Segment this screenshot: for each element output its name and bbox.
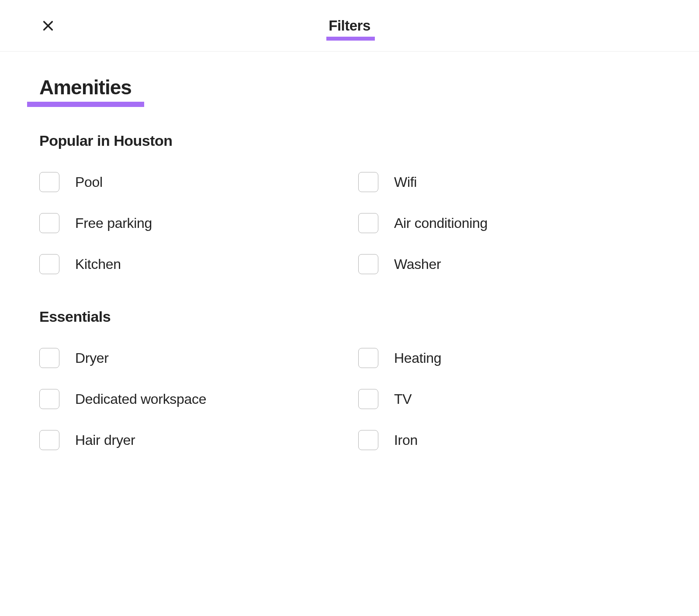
checkbox-dryer[interactable] [39,348,59,368]
option-air-conditioning[interactable]: Air conditioning [358,213,660,233]
section-title-wrap: Amenities [39,76,131,99]
option-heating[interactable]: Heating [358,348,660,368]
option-label: Hair dryer [75,432,135,448]
options-grid-essentials: Dryer Heating Dedicated workspace TV Hai… [39,348,660,450]
subsection-popular: Popular in Houston Pool Wifi Free parkin… [39,132,660,274]
option-dedicated-workspace[interactable]: Dedicated workspace [39,389,341,409]
close-button[interactable] [38,16,58,35]
checkbox-heating[interactable] [358,348,378,368]
option-tv[interactable]: TV [358,389,660,409]
subsection-popular-title: Popular in Houston [39,132,660,149]
option-iron[interactable]: Iron [358,430,660,450]
option-dryer[interactable]: Dryer [39,348,341,368]
checkbox-pool[interactable] [39,172,59,192]
option-hair-dryer[interactable]: Hair dryer [39,430,341,450]
option-label: Dryer [75,350,109,366]
option-washer[interactable]: Washer [358,254,660,274]
subsection-essentials-title: Essentials [39,308,660,325]
option-label: Free parking [75,215,152,231]
option-free-parking[interactable]: Free parking [39,213,341,233]
filters-modal: Filters Amenities Popular in Houston Poo… [0,0,699,616]
modal-title: Filters [329,17,370,34]
checkbox-iron[interactable] [358,430,378,450]
checkbox-kitchen[interactable] [39,254,59,274]
option-wifi[interactable]: Wifi [358,172,660,192]
checkbox-free-parking[interactable] [39,213,59,233]
option-label: Air conditioning [394,215,488,231]
title-highlight [326,37,375,41]
close-icon [42,20,54,32]
checkbox-hair-dryer[interactable] [39,430,59,450]
option-label: Iron [394,432,418,448]
checkbox-washer[interactable] [358,254,378,274]
checkbox-tv[interactable] [358,389,378,409]
options-grid-popular: Pool Wifi Free parking Air conditioning … [39,172,660,274]
amenities-highlight [27,102,144,107]
option-label: Heating [394,350,441,366]
option-pool[interactable]: Pool [39,172,341,192]
option-label: Wifi [394,174,417,190]
checkbox-dedicated-workspace[interactable] [39,389,59,409]
header-title-wrap: Filters [329,17,370,34]
option-kitchen[interactable]: Kitchen [39,254,341,274]
option-label: Kitchen [75,256,121,272]
modal-header: Filters [0,0,699,52]
subsection-essentials: Essentials Dryer Heating Dedicated works… [39,308,660,450]
option-label: TV [394,391,412,407]
option-label: Dedicated workspace [75,391,206,407]
filters-content: Amenities Popular in Houston Pool Wifi F… [0,52,699,450]
option-label: Pool [75,174,103,190]
checkbox-air-conditioning[interactable] [358,213,378,233]
option-label: Washer [394,256,441,272]
amenities-heading: Amenities [39,76,131,99]
checkbox-wifi[interactable] [358,172,378,192]
